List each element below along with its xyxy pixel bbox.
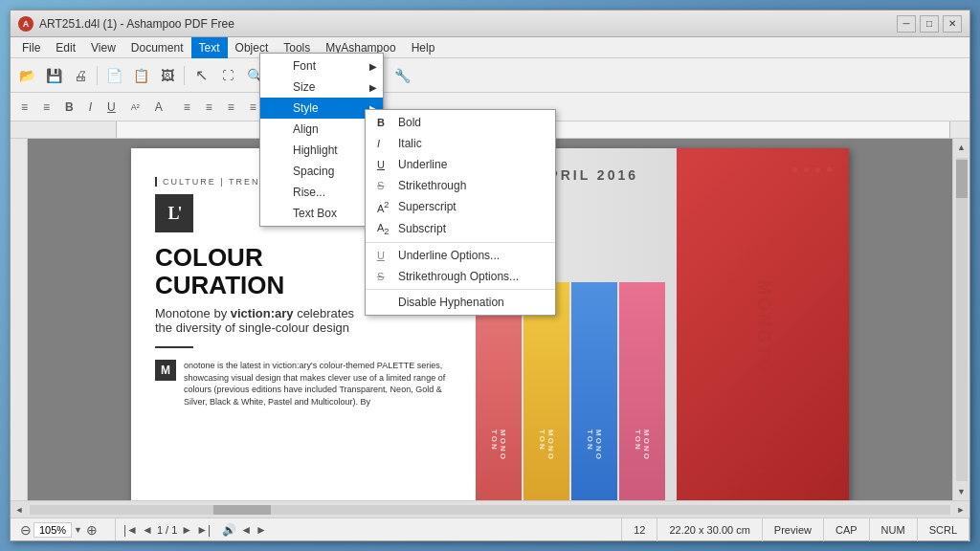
underline-style-label: Underline — [398, 158, 447, 171]
align-center-button[interactable]: ≡ — [36, 97, 56, 118]
last-page-button[interactable]: ►| — [196, 523, 211, 537]
style-strikethrough-item[interactable]: S Strikethrough — [366, 175, 555, 196]
first-page-button[interactable]: |◄ — [123, 523, 138, 537]
left-ruler — [11, 139, 28, 500]
scroll-up-button[interactable]: ▲ — [953, 139, 970, 156]
strikethrough-style-label: Strikethrough — [398, 179, 466, 192]
status-mode: Preview — [763, 518, 824, 541]
align2-button[interactable]: ≡ — [177, 97, 197, 118]
back-nav-button[interactable]: ◄ — [240, 523, 252, 537]
style-disable-hyphenation-item[interactable]: Disable Hyphenation — [366, 292, 555, 313]
align-left-button[interactable]: ≡ — [14, 97, 34, 118]
menu-document[interactable]: Document — [123, 37, 191, 58]
style-label: Style — [293, 101, 319, 115]
menu-help[interactable]: Help — [404, 37, 443, 58]
superscript-format-button[interactable]: A² — [124, 97, 146, 118]
style-separator-1 — [366, 242, 555, 243]
menu-size-item[interactable]: Size ▶ — [260, 77, 383, 98]
save-button[interactable]: 💾 — [41, 63, 66, 88]
pdf-body-content: onotone is the latest in viction:ary's c… — [184, 360, 452, 408]
status-num: NUM — [870, 518, 918, 541]
menu-font-item[interactable]: Font ▶ — [260, 55, 383, 77]
monotone-label-area: MONOTONE EST. 2015 — [753, 280, 773, 475]
scroll-thumb[interactable] — [956, 160, 968, 198]
big-red-book: MONOTONE EST. 2015 M — [677, 148, 849, 500]
next-page-button[interactable]: ► — [181, 523, 192, 537]
toolbar-sep-2 — [184, 66, 185, 85]
book-3: MONOTON — [571, 282, 617, 500]
h-scroll-track[interactable] — [30, 505, 950, 515]
image-button[interactable]: 🖼 — [155, 63, 180, 88]
zoom-dropdown-icon[interactable]: ▼ — [74, 525, 82, 535]
zoom-in-icon[interactable]: ⊕ — [86, 522, 98, 538]
style-italic-item[interactable]: I Italic — [366, 133, 555, 154]
audio-button[interactable]: 🔊 — [222, 523, 236, 537]
zoom-value[interactable]: 105% — [33, 522, 72, 538]
scroll-track[interactable] — [956, 158, 968, 481]
status-caps: CAP — [824, 518, 870, 541]
zoom-out-icon[interactable]: ⊖ — [20, 522, 32, 538]
status-scrl: SCRL — [918, 518, 969, 541]
subscript-style-label: Subscript — [398, 222, 446, 235]
h-scroll-thumb[interactable] — [213, 505, 271, 515]
minimize-button[interactable]: ─ — [897, 15, 916, 33]
page-button[interactable]: 📄 — [101, 63, 126, 88]
toolbar-sep-1 — [97, 66, 98, 85]
prev-page-button[interactable]: ◄ — [142, 523, 153, 537]
menu-text[interactable]: Text — [191, 37, 228, 58]
pdf-body-text: M onotone is the latest in viction:ary's… — [155, 360, 452, 408]
style-bold-item[interactable]: B Bold — [366, 112, 555, 133]
superscript-style-icon: A2 — [377, 200, 394, 214]
maximize-button[interactable]: □ — [920, 15, 939, 33]
scroll-right-button[interactable]: ► — [952, 501, 969, 518]
open-button[interactable]: 📂 — [14, 63, 39, 88]
style-superscript-item[interactable]: A2 Superscript — [366, 196, 555, 218]
strikethrough-format-button[interactable]: A — [148, 97, 169, 118]
underline-style-icon: U — [377, 159, 394, 170]
scroll-down-button[interactable]: ▼ — [953, 483, 970, 500]
menu-bar: File Edit View Document Text Object Tool… — [11, 37, 969, 58]
forward-nav-button[interactable]: ► — [256, 523, 267, 537]
window-title: ART251.d4l (1) - Ashampoo PDF Free — [39, 17, 897, 31]
title-bar: A ART251.d4l (1) - Ashampoo PDF Free ─ □… — [11, 11, 969, 37]
status-dimensions: 22.20 x 30.00 cm — [657, 518, 762, 541]
decorative-dots — [792, 167, 835, 172]
strikethrough-style-icon: S — [377, 180, 394, 191]
est-text: EST. 2015 — [753, 414, 764, 475]
pages-button[interactable]: 📋 — [128, 63, 153, 88]
textbox-label: Text Box — [293, 207, 337, 220]
bold-style-icon: B — [377, 117, 394, 128]
align-label: Align — [293, 122, 319, 136]
font-label: Font — [293, 59, 316, 73]
menu-edit[interactable]: Edit — [48, 37, 83, 58]
zoom-controls: ⊖ 105% ▼ ⊕ — [16, 522, 101, 538]
cursor-button[interactable]: ⛶ — [215, 63, 240, 88]
disable-hyphenation-label: Disable Hyphenation — [398, 296, 504, 309]
size-label: Size — [293, 80, 315, 94]
style-underline-item[interactable]: U Underline — [366, 154, 555, 175]
style-underline-options-item[interactable]: U Underline Options... — [366, 245, 555, 266]
close-button[interactable]: ✕ — [943, 15, 962, 33]
style-subscript-item[interactable]: A2 Subscript — [366, 218, 555, 240]
italic-style-icon: I — [377, 138, 394, 149]
page-info: 1 / 1 — [157, 524, 177, 536]
style-strikethrough-options-item[interactable]: S Strikethrough Options... — [366, 266, 555, 287]
italic-format-button[interactable]: I — [82, 97, 99, 118]
bold-format-button[interactable]: B — [58, 97, 80, 118]
superscript-style-label: Superscript — [398, 200, 457, 213]
style-submenu: B Bold I Italic U Underline S Strikethro… — [365, 109, 556, 316]
underline-options-icon: U — [377, 250, 394, 261]
italic-style-label: Italic — [398, 137, 422, 150]
stamp-button[interactable]: 🔧 — [390, 63, 414, 88]
strikethrough-options-icon: S — [377, 271, 394, 282]
align3-button[interactable]: ≡ — [199, 97, 219, 118]
align4-button[interactable]: ≡ — [221, 97, 241, 118]
menu-view[interactable]: View — [83, 37, 123, 58]
print-button[interactable]: 🖨 — [68, 63, 93, 88]
font-arrow-icon: ▶ — [369, 61, 377, 72]
menu-file[interactable]: File — [14, 37, 48, 58]
select-button[interactable]: ↖ — [189, 63, 213, 88]
scroll-left-button[interactable]: ◄ — [11, 501, 28, 518]
size-arrow-icon: ▶ — [369, 82, 377, 93]
underline-format-button[interactable]: U — [100, 97, 122, 118]
